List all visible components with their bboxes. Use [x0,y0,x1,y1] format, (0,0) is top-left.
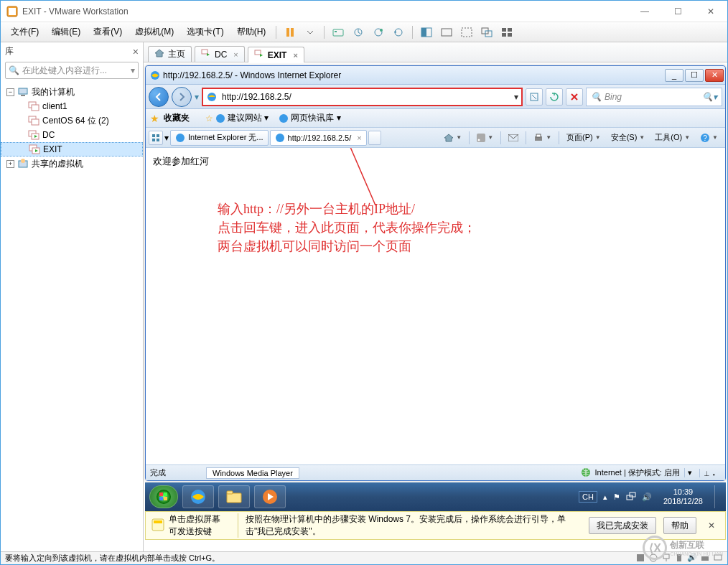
console-view-icon[interactable] [437,24,456,40]
collapse-icon[interactable]: − [6,88,14,96]
tab-exit[interactable]: EXIT × [248,47,304,62]
tray-up-icon[interactable]: ▴ [603,492,607,502]
hint-close-icon[interactable]: ✕ [704,518,719,533]
refresh-button[interactable] [546,88,563,106]
menu-view[interactable]: 查看(V) [88,24,128,40]
forward-button[interactable] [172,87,192,107]
fit-guest-icon[interactable] [417,24,436,40]
start-button[interactable] [149,485,178,508]
tab-close-icon[interactable]: × [357,134,361,142]
vm-display[interactable]: http://192.168.2.5/ - Windows Internet E… [144,62,727,551]
minimize-button[interactable]: — [628,1,661,22]
tree-node-centos[interactable]: CentOS 64 位 (2) [1,113,143,128]
revert-icon[interactable] [389,24,408,40]
taskbar-ie-icon[interactable] [182,485,214,508]
dropdown-icon[interactable]: ▾ [131,65,135,75]
tree-node-dc[interactable]: DC [1,128,143,142]
tab-home[interactable]: 主页 [148,46,192,62]
ie-minimize-button[interactable]: _ [665,69,683,82]
stop-button[interactable] [566,88,583,106]
page-menu[interactable]: 页面(P) ▼ [562,130,605,146]
ie-close-button[interactable]: ✕ [705,69,724,82]
svg-rect-11 [421,28,426,37]
ie-tab-blocked[interactable]: Internet Explorer 无... [170,130,269,146]
show-desktop-button[interactable] [714,485,722,508]
svg-line-52 [325,148,375,205]
menu-tabs[interactable]: 选项卡(T) [181,24,229,40]
help-icon[interactable]: ?▼ [696,130,722,146]
tab-label: DC [215,50,227,60]
ie-tab-current[interactable]: http://192.168.2.5/ × [270,130,367,146]
fav-suggested-sites[interactable]: ☆建议网站 ▾ [202,111,271,125]
compat-view-icon[interactable] [526,88,543,106]
menu-vm[interactable]: 虚拟机(M) [129,24,179,40]
unity-icon[interactable] [477,24,496,40]
tab-close-icon[interactable]: × [293,51,297,60]
ie-titlebar[interactable]: http://192.168.2.5/ - Windows Internet E… [146,66,725,85]
favorites-star-icon[interactable]: ★ [150,113,159,124]
taskbar-wmp-icon[interactable] [254,485,286,508]
menu-help[interactable]: 帮助(H) [231,24,272,40]
address-dropdown-icon[interactable]: ▾ [514,92,518,102]
finish-install-button[interactable]: 我已完成安装 [589,517,656,534]
thumbnail-icon[interactable] [498,24,516,40]
snapshot-manage-icon[interactable] [369,24,388,40]
library-search-input[interactable]: 🔍 在此处键入内容进行... ▾ [5,62,139,79]
dropdown-icon[interactable] [301,24,319,40]
vmware-icon [6,6,18,17]
tab-list-dropdown-icon[interactable]: ▾ [164,133,169,143]
tab-close-icon[interactable]: × [233,50,238,59]
close-button[interactable]: ✕ [694,1,727,22]
back-button[interactable] [149,87,169,107]
ie-page-content[interactable]: 欢迎参加红河 输入http：//另外一台主机的IP地址/ 点击回车键，进入此页面… [146,148,725,464]
protected-mode-dropdown[interactable]: ▾ [684,468,695,477]
taskbar-clock[interactable]: 10:39 2018/12/28 [658,487,709,506]
search-go-icon[interactable]: 🔍▾ [702,92,717,102]
sidebar-close-icon[interactable]: × [133,46,139,57]
zoom-dropdown[interactable]: ⟂ ▾ [699,469,721,477]
svg-rect-12 [442,29,452,36]
globe-icon [581,467,591,479]
snapshot-icon[interactable] [349,24,368,40]
taskbar-explorer-icon[interactable] [218,485,250,508]
favorites-label[interactable]: 收藏夹 [164,112,190,124]
maximize-button[interactable]: ☐ [661,1,694,22]
tree-node-client1[interactable]: client1 [1,99,143,113]
tree-node-exit[interactable]: EXIT [1,142,143,157]
print-icon[interactable]: ▼ [529,130,556,146]
address-input[interactable] [220,90,511,104]
read-mail-icon[interactable] [504,130,523,146]
svg-rect-2 [286,28,289,37]
expand-icon[interactable]: + [6,160,14,168]
tray-network-icon[interactable] [626,492,636,502]
tray-flag-icon[interactable]: ⚑ [613,492,620,502]
help-button[interactable]: 帮助 [663,517,696,534]
tab-dc[interactable]: DC × [195,46,245,62]
status-mid-button[interactable]: Windows Media Player [206,467,299,479]
node-label: CentOS 64 位 (2) [42,115,109,127]
address-bar[interactable]: ▾ [202,88,523,106]
safety-menu[interactable]: 安全(S) ▼ [607,130,650,146]
new-tab-button[interactable] [368,131,381,145]
menu-file[interactable]: 文件(F) [5,24,45,40]
nav-dropdown-icon[interactable]: ▾ [195,92,199,102]
tree-node-shared[interactable]: + 共享的虚拟机 [1,157,143,171]
tray-volume-icon[interactable]: 🔊 [642,492,652,502]
vm-on-icon [254,50,264,60]
svg-rect-49 [536,134,541,137]
lang-indicator[interactable]: CH [579,491,597,503]
menu-edit[interactable]: 编辑(E) [46,24,86,40]
feeds-icon[interactable]: ▼ [472,130,498,146]
fav-web-slice[interactable]: 网页快讯库 ▾ [276,111,343,125]
send-ctrl-alt-del-icon[interactable] [329,24,347,40]
svg-point-8 [380,29,383,32]
vmware-window: EXIT - VMware Workstation — ☐ ✕ 文件(F) 编辑… [0,0,728,565]
home-icon[interactable]: ▼ [439,130,466,146]
ie-maximize-button[interactable]: ☐ [685,69,704,82]
search-box[interactable]: 🔍 Bing 🔍▾ [586,88,722,106]
quick-tabs-icon[interactable] [149,131,163,145]
tree-node-my-computer[interactable]: − 我的计算机 [1,85,143,99]
pause-icon[interactable] [281,24,299,40]
fullscreen-icon[interactable] [457,24,476,40]
tools-menu[interactable]: 工具(O) ▼ [650,130,694,146]
